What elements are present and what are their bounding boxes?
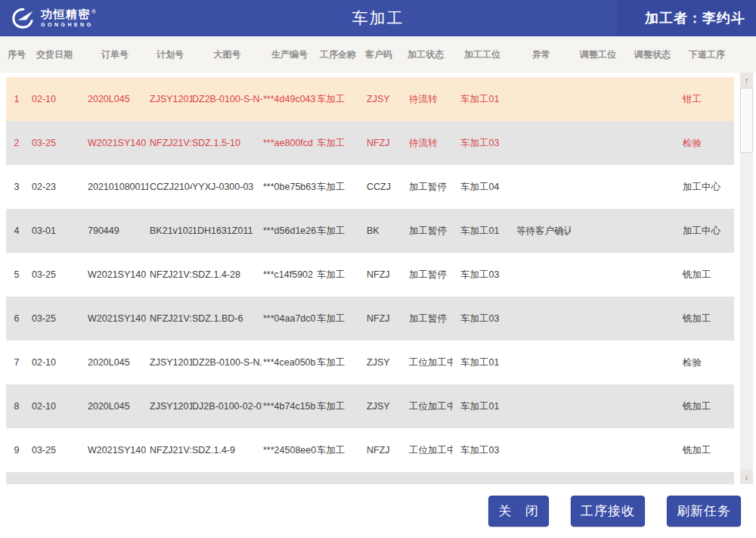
cell-order-no: 2020L045 [82,341,148,384]
cell-order-no: 790449 [82,209,148,253]
cell-index: 1 [6,77,27,121]
cell-adjust-status [625,428,680,472]
cell-adjust-status [625,121,680,165]
table-row-7[interactable]: 702-102020L045ZJSY1201DZ2B-0100-S-N.1***… [6,341,734,384]
col-header-process-status: 加工状态 [398,36,453,73]
cell-abnormal [512,341,571,384]
col-header-adjust-status: 调整状态 [625,36,680,73]
cell-process-name: 车加工 [317,297,359,341]
cell-adjust-status [625,384,680,428]
cell-work-station: 车加工01 [453,341,512,384]
cell-process-status: 待流转 [398,121,453,165]
gongheng-logo-icon [9,5,36,32]
cell-next-process: 铣加工 [680,384,734,428]
table-row-8[interactable]: 802-102020L045ZJSY1201DJ2B-0100-02-03***… [6,384,734,428]
close-button[interactable]: 关 闭 [488,496,549,527]
cell-work-station: 车加工01 [453,384,512,428]
cell-index: 7 [6,341,27,384]
cell-delivery-date: 03-01 [27,209,82,253]
cell-adjust-station [571,165,625,209]
cell-work-station: 车加工03 [453,297,512,341]
cell-customer-code: ZJSY [359,384,398,428]
table-row-6[interactable]: 603-25W2021SY140NFZJ21V:SDZ.1.BD-6***04a… [6,297,734,341]
cell-next-process: 钳工 [680,77,734,121]
cell-abnormal [512,165,571,209]
refresh-tasks-button[interactable]: 刷新任务 [667,496,741,527]
cell-customer-code: NFZJ [359,428,398,472]
cell-production-no: ***04aa7dc0 [262,297,317,341]
cell-plan-no: ZJSY1201 [148,77,192,121]
cell-process-status: 工位加工中 [398,384,453,428]
col-header-drawing-no: 大图号 [192,36,262,73]
table-row-partial[interactable] [6,472,734,484]
cell-index: 8 [6,384,27,428]
brand-name-cn: 功恒精密 [41,8,91,20]
cell-work-station: 车加工03 [453,121,512,165]
col-header-abnormal: 异常 [512,36,571,73]
cell-delivery-date: 02-10 [27,77,82,121]
cell-production-no: ***ae800fcd [262,121,317,165]
cell-order-no: W2021SY140 [82,428,148,472]
cell-adjust-station [571,253,625,297]
scrollbar-thumb[interactable] [740,88,753,153]
table-header-band: 序号 交货日期 订单号 计划号 大图号 生产编号 工序全称 客户码 加工状态 加… [0,36,756,73]
cell-plan-no: BK21v102 [148,209,192,253]
cell-adjust-status [625,77,680,121]
table-row-2[interactable]: 203-25W2021SY140NFZJ21V:SDZ.1.5-10***ae8… [6,121,734,165]
cell-drawing-no: SDZ.1.4-9 [192,428,262,472]
cell-next-process: 铣加工 [680,297,734,341]
cell-order-no: W2021SY140 [82,297,148,341]
cell-abnormal [512,428,571,472]
cell-index: 5 [6,253,27,297]
cell-delivery-date: 03-25 [27,428,82,472]
cell-next-process: 加工中心 [680,165,734,209]
cell-plan-no: ZJSY1201 [148,341,192,384]
operator-panel: 加工者：李约斗 [617,0,756,36]
cell-process-name: 车加工 [317,165,359,209]
cell-production-no: ***4d49c043 [262,77,317,121]
cell-delivery-date: 02-10 [27,384,82,428]
table-row-1[interactable]: 102-102020L045ZJSY1201DZ2B-0100-S-N-***4… [6,77,734,121]
brand-name-en: GONGHENG [41,22,96,27]
cell-next-process: 检验 [680,121,734,165]
cell-customer-code: NFZJ [359,253,398,297]
table-header: 序号 交货日期 订单号 计划号 大图号 生产编号 工序全称 客户码 加工状态 加… [6,36,734,73]
cell-order-no: 2020L045 [82,77,148,121]
process-accept-button[interactable]: 工序接收 [571,496,645,527]
cell-delivery-date: 02-10 [27,341,82,384]
cell-plan-no: NFZJ21V: [148,297,192,341]
cell-process-status: 工位加工中 [398,428,453,472]
cell-work-station: 车加工03 [453,253,512,297]
table-row-9[interactable]: 903-25W2021SY140NFZJ21V:SDZ.1.4-9***2450… [6,428,734,472]
cell-customer-code: NFZJ [359,297,398,341]
cell-work-station: 车加工03 [453,428,512,472]
cell-order-no: 2020L045 [82,384,148,428]
scroll-up-icon[interactable]: ↑ [740,73,753,88]
cell-adjust-status [625,165,680,209]
cell-process-name: 车加工 [317,384,359,428]
cell-process-name: 车加工 [317,121,359,165]
cell-index: 2 [6,121,27,165]
scroll-down-icon[interactable]: ↓ [740,469,753,484]
cell-delivery-date: 03-25 [27,253,82,297]
col-header-customer-code: 客户码 [359,36,398,73]
cell-customer-code: NFZJ [359,121,398,165]
table-row-4[interactable]: 403-01790449BK21v1021DH1631Z011***d56d1e… [6,209,734,253]
cell-drawing-no: DZ2B-0100-S-N- [192,77,262,121]
table-header-row: 序号 交货日期 订单号 计划号 大图号 生产编号 工序全称 客户码 加工状态 加… [6,36,734,73]
cell-drawing-no: YYXJ-0300-03 [192,165,262,209]
registered-mark: ® [91,8,96,15]
vertical-scrollbar[interactable]: ↑ ↓ [740,73,753,484]
cell-work-station: 车加工01 [453,77,512,121]
col-header-process-name: 工序全称 [317,36,359,73]
cell-next-process: 铣加工 [680,428,734,472]
cell-drawing-no: DZ2B-0100-S-N.1 [192,341,262,384]
col-header-plan-no: 计划号 [148,36,192,73]
company-logo: 功恒精密® GONGHENG [9,5,96,32]
cell-process-name: 车加工 [317,253,359,297]
cell-process-name: 车加工 [317,428,359,472]
operator-label: 加工者：李约斗 [645,9,756,27]
table-row-3[interactable]: 302-23202101080011CCZJ2104YYXJ-0300-03**… [6,165,734,209]
table-row-5[interactable]: 503-25W2021SY140NFZJ21V:SDZ.1.4-28***c14… [6,253,734,297]
cell-plan-no: CCZJ2104 [148,165,192,209]
